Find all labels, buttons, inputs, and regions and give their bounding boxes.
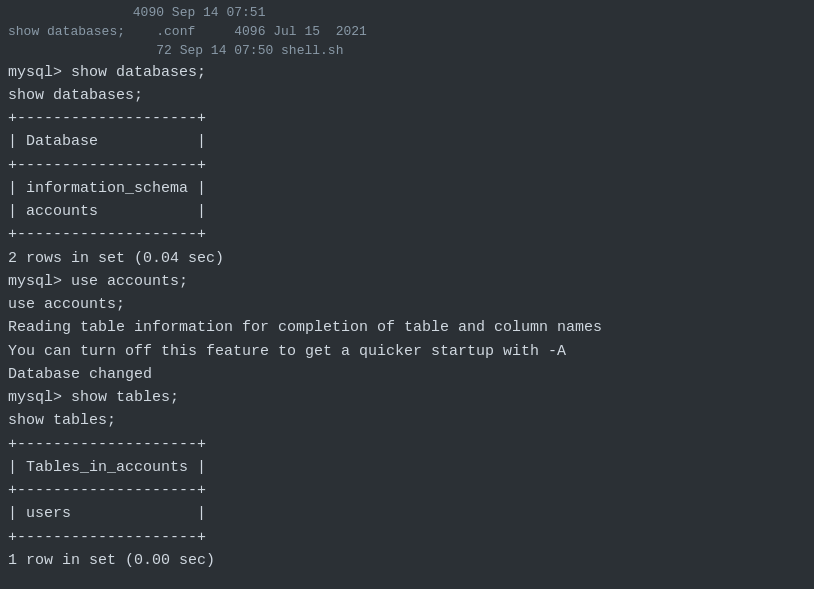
terminal-line: | Tables_in_accounts | (8, 456, 806, 479)
terminal-line: | accounts | (8, 200, 806, 223)
terminal-line: | information_schema | (8, 177, 806, 200)
terminal-line: show tables; (8, 409, 806, 432)
terminal-window: 4090 Sep 14 07:51show databases; .conf 4… (0, 0, 814, 589)
terminal-line: 72 Sep 14 07:50 shell.sh (8, 42, 806, 61)
terminal-line: mysql> show databases; (8, 61, 806, 84)
terminal-content: 4090 Sep 14 07:51show databases; .conf 4… (8, 4, 806, 572)
terminal-line: Database changed (8, 363, 806, 386)
terminal-line: show databases; .conf 4096 Jul 15 2021 (8, 23, 806, 42)
terminal-line: +--------------------+ (8, 154, 806, 177)
terminal-line: use accounts; (8, 293, 806, 316)
terminal-line: mysql> show tables; (8, 386, 806, 409)
terminal-line: | users | (8, 502, 806, 525)
terminal-line: 1 row in set (0.00 sec) (8, 549, 806, 572)
terminal-line: 2 rows in set (0.04 sec) (8, 247, 806, 270)
terminal-line: +--------------------+ (8, 479, 806, 502)
terminal-line: Reading table information for completion… (8, 316, 806, 339)
terminal-line: +--------------------+ (8, 433, 806, 456)
terminal-line: You can turn off this feature to get a q… (8, 340, 806, 363)
terminal-line: 4090 Sep 14 07:51 (8, 4, 806, 23)
terminal-line: mysql> use accounts; (8, 270, 806, 293)
terminal-line: show databases; (8, 84, 806, 107)
terminal-line: | Database | (8, 130, 806, 153)
terminal-line: +--------------------+ (8, 107, 806, 130)
terminal-line: +--------------------+ (8, 223, 806, 246)
terminal-line: +--------------------+ (8, 526, 806, 549)
